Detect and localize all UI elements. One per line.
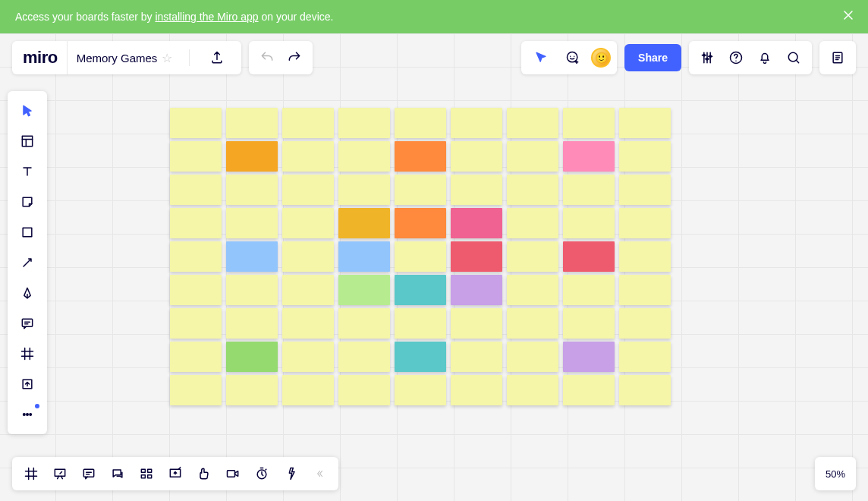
- export-button[interactable]: [203, 44, 231, 71]
- undo-button[interactable]: [253, 44, 281, 71]
- comment-tool[interactable]: [8, 308, 47, 339]
- sticky-note[interactable]: [451, 275, 502, 305]
- sticky-note[interactable]: [451, 208, 502, 238]
- collapse-toolbar-button[interactable]: [307, 460, 332, 487]
- sticky-note[interactable]: [226, 175, 278, 205]
- sticky-note[interactable]: [226, 241, 278, 272]
- close-banner-button[interactable]: [841, 8, 856, 26]
- text-tool[interactable]: [8, 156, 47, 187]
- sticky-note[interactable]: [282, 342, 334, 372]
- sticky-note[interactable]: [563, 108, 615, 138]
- more-tools[interactable]: [8, 399, 47, 430]
- sticky-note[interactable]: [395, 342, 446, 372]
- star-icon[interactable]: ☆: [162, 51, 172, 65]
- sticky-note[interactable]: [563, 342, 615, 372]
- sticky-note[interactable]: [282, 375, 334, 405]
- video-button[interactable]: [220, 460, 246, 487]
- sticky-note[interactable]: [451, 308, 502, 339]
- sticky-note[interactable]: [395, 175, 446, 205]
- sticky-note[interactable]: [507, 141, 558, 172]
- reactions-button[interactable]: [559, 44, 587, 71]
- upload-tool[interactable]: [8, 369, 47, 399]
- sticky-note[interactable]: [395, 275, 446, 305]
- shape-tool[interactable]: [8, 217, 47, 247]
- redo-button[interactable]: [281, 44, 308, 71]
- sticky-note[interactable]: [451, 108, 502, 138]
- sticky-note[interactable]: [563, 375, 615, 405]
- screen-share-button[interactable]: [162, 460, 188, 487]
- sticky-note[interactable]: [170, 175, 222, 205]
- sticky-note[interactable]: [170, 275, 222, 305]
- sticky-note[interactable]: [563, 141, 615, 172]
- sticky-note[interactable]: [619, 141, 671, 172]
- sticky-note[interactable]: [395, 241, 446, 272]
- presentation-button[interactable]: [47, 460, 73, 487]
- sticky-note[interactable]: [226, 275, 278, 305]
- sticky-note[interactable]: [619, 275, 671, 305]
- sticky-note[interactable]: [395, 141, 446, 172]
- sticky-note[interactable]: [226, 141, 278, 172]
- sticky-note[interactable]: [170, 342, 222, 372]
- help-button[interactable]: [722, 44, 750, 71]
- sticky-note[interactable]: [282, 275, 334, 305]
- sticky-note[interactable]: [507, 375, 558, 405]
- sticky-note[interactable]: [563, 241, 615, 272]
- sticky-note[interactable]: [451, 175, 502, 205]
- sticky-note[interactable]: [170, 241, 222, 272]
- user-avatar[interactable]: 🙂: [591, 48, 611, 68]
- settings-button[interactable]: [693, 44, 721, 71]
- sticky-note[interactable]: [563, 308, 615, 339]
- sticky-note[interactable]: [226, 108, 278, 138]
- sticky-note[interactable]: [619, 342, 671, 372]
- sticky-note[interactable]: [338, 275, 390, 305]
- sticky-note[interactable]: [451, 342, 502, 372]
- sticky-note[interactable]: [507, 275, 558, 305]
- sticky-note[interactable]: [563, 208, 615, 238]
- sticky-note[interactable]: [451, 375, 502, 405]
- sticky-note[interactable]: [282, 175, 334, 205]
- sticky-note[interactable]: [338, 208, 390, 238]
- templates-tool[interactable]: [8, 126, 47, 156]
- sticky-note[interactable]: [338, 375, 390, 405]
- sticky-notes-grid[interactable]: [170, 108, 671, 405]
- sticky-note[interactable]: [563, 275, 615, 305]
- timer-button[interactable]: [249, 460, 275, 487]
- sticky-note[interactable]: [507, 175, 558, 205]
- sticky-note[interactable]: [170, 141, 222, 172]
- select-tool[interactable]: [8, 96, 47, 126]
- sticky-note[interactable]: [395, 208, 446, 238]
- sticky-note[interactable]: [282, 241, 334, 272]
- sticky-note[interactable]: [338, 175, 390, 205]
- voting-button[interactable]: [191, 460, 217, 487]
- comments-button[interactable]: [76, 460, 102, 487]
- sticky-note[interactable]: [507, 342, 558, 372]
- sticky-note[interactable]: [507, 308, 558, 339]
- sticky-note[interactable]: [563, 175, 615, 205]
- sticky-note[interactable]: [282, 208, 334, 238]
- sticky-note[interactable]: [338, 241, 390, 272]
- sticky-note[interactable]: [338, 308, 390, 339]
- sticky-note[interactable]: [619, 208, 671, 238]
- sticky-note[interactable]: [395, 108, 446, 138]
- zoom-level[interactable]: 50%: [815, 457, 856, 490]
- search-button[interactable]: [780, 44, 807, 71]
- sticky-note[interactable]: [619, 241, 671, 272]
- frame-tool[interactable]: [8, 339, 47, 369]
- install-app-link[interactable]: installing the Miro app: [155, 11, 258, 23]
- miro-logo[interactable]: miro: [23, 48, 58, 68]
- sticky-note[interactable]: [338, 342, 390, 372]
- line-tool[interactable]: [8, 247, 47, 278]
- sticky-note[interactable]: [170, 208, 222, 238]
- sticky-note[interactable]: [619, 175, 671, 205]
- sticky-note[interactable]: [451, 141, 502, 172]
- sticky-note[interactable]: [282, 308, 334, 339]
- sticky-note[interactable]: [282, 108, 334, 138]
- notes-panel-button[interactable]: [824, 44, 851, 71]
- sticky-note[interactable]: [338, 108, 390, 138]
- share-button[interactable]: Share: [624, 44, 681, 71]
- sticky-note[interactable]: [507, 208, 558, 238]
- notifications-button[interactable]: [751, 44, 778, 71]
- frames-list-button[interactable]: [18, 460, 44, 487]
- activity-button[interactable]: [278, 460, 303, 487]
- sticky-note[interactable]: [338, 141, 390, 172]
